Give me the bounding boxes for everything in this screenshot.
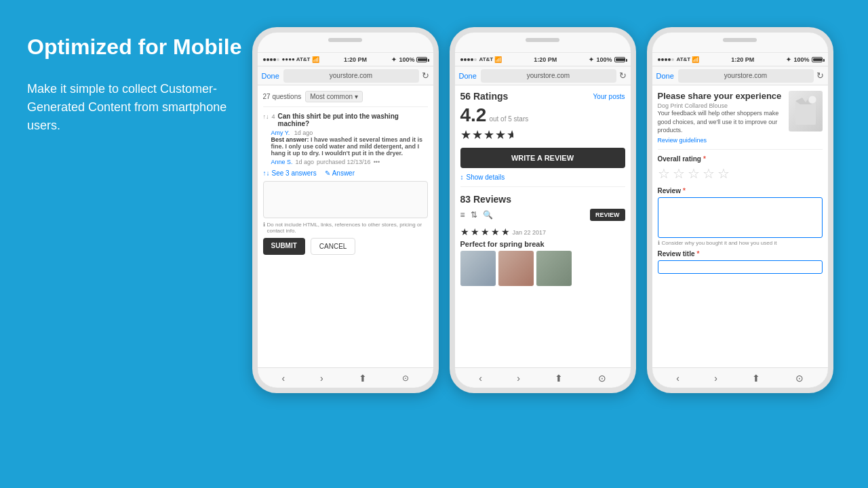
wr-text-block: Please share your experience Dog Print C… <box>658 91 789 144</box>
browser-refresh-3[interactable]: ↻ <box>816 70 824 81</box>
dot1 <box>263 58 266 61</box>
qa-question: ↑↓ 4 Can this shirt be put into the wash… <box>263 113 428 165</box>
review-stars: ★ ★ ★ ★ ★ <box>460 226 510 237</box>
qa-answer-link[interactable]: ✎ Answer <box>325 169 355 177</box>
browser-refresh-1[interactable]: ↻ <box>422 70 429 81</box>
browser-url-2[interactable]: yourstore.com <box>481 69 616 83</box>
wr-rating-label: Overall rating * <box>658 155 823 163</box>
wr-stars-input[interactable]: ☆ ☆ ☆ ☆ ☆ <box>658 165 823 182</box>
back-btn-3[interactable]: ‹ <box>676 373 679 384</box>
main-container: Optimized for Mobile Make it simple to c… <box>0 0 868 488</box>
r-star-2: ★ <box>471 226 479 237</box>
time-3: 1:20 PM <box>731 56 754 63</box>
phone-3-top <box>652 33 828 53</box>
review-img-3 <box>536 251 572 286</box>
qa-filters: 27 questions Most common ▾ <box>263 91 428 107</box>
qa-q-num: ↑↓ <box>263 113 269 120</box>
phone-1-bottom: ‹ › ⬆ ⊙ <box>258 367 433 388</box>
wr-review-textarea[interactable] <box>658 197 823 238</box>
r-star-3: ★ <box>481 226 490 237</box>
star-5: ★ <box>507 127 513 142</box>
status-left-1: ●●●● AT&T 📶 <box>263 56 319 63</box>
carrier-1: ●●●● AT&T <box>282 56 311 62</box>
bt-icon-3: ✦ <box>786 56 791 63</box>
reviews-section-title: 83 Reviews <box>460 194 625 205</box>
time-2: 1:20 PM <box>534 56 557 63</box>
qa-submit-button[interactable]: SUBMIT <box>263 238 305 255</box>
stars-display: ★ ★ ★ ★ ★ <box>460 127 625 142</box>
qa-textarea[interactable] <box>263 181 428 218</box>
r-star-1: ★ <box>460 226 469 237</box>
wifi-icon-3: 📶 <box>692 56 699 63</box>
bookmark-btn-2[interactable]: ⊙ <box>598 373 606 384</box>
phone-1-content: 27 questions Most common ▾ ↑↓ 4 Can this… <box>258 85 433 367</box>
wr-required-3: * <box>697 250 700 258</box>
wr-title-label: Review title * <box>658 250 823 258</box>
phones-container: ●●●● AT&T 📶 1:20 PM ✦ 100% Done yourstor… <box>244 27 841 393</box>
bookmark-btn-1[interactable]: ⊙ <box>402 373 409 383</box>
back-btn-2[interactable]: ‹ <box>479 373 482 384</box>
dot5 <box>277 58 279 61</box>
share-btn-1[interactable]: ⬆ <box>359 373 367 384</box>
browser-done-1[interactable]: Done <box>262 72 281 80</box>
browser-refresh-2[interactable]: ↻ <box>619 70 627 81</box>
wr-title-input[interactable] <box>658 260 823 274</box>
carrier-3: AT&T <box>677 56 691 62</box>
qa-see-answers: ↑↓ See 3 answers ✎ Answer <box>263 169 428 177</box>
review-date: Jan 22 2017 <box>513 229 547 236</box>
wr-review-label: Review * <box>658 187 823 195</box>
your-posts-link[interactable]: Your posts <box>593 93 625 100</box>
browser-url-3[interactable]: yourstore.com <box>678 69 814 83</box>
time-1: 1:20 PM <box>344 56 367 63</box>
browser-done-2[interactable]: Done <box>459 72 478 80</box>
search-icon[interactable]: 🔍 <box>483 210 493 220</box>
qa-filter-btn[interactable]: Most common ▾ <box>305 91 363 102</box>
wr-star-5[interactable]: ☆ <box>717 165 730 182</box>
wr-guidelines-link[interactable]: Review guidelines <box>658 137 789 144</box>
wr-star-2[interactable]: ☆ <box>673 165 685 182</box>
phone-1-browser-bar: Done yourstore.com ↻ <box>258 66 433 85</box>
qa-see-link[interactable]: ↑↓ See 3 answers <box>263 169 317 177</box>
phone-1-top <box>258 33 433 53</box>
forward-btn-3[interactable]: › <box>714 373 717 384</box>
filter-icon[interactable]: ≡ <box>460 210 465 220</box>
forward-btn-1[interactable]: › <box>320 373 323 384</box>
browser-url-1[interactable]: yourstore.com <box>283 69 419 83</box>
phone-speaker-1 <box>328 38 362 42</box>
browser-done-3[interactable]: Done <box>656 72 675 80</box>
avg-label: out of 5 stars <box>489 115 528 123</box>
wr-required-2: * <box>683 187 686 195</box>
qa-answer-footer: Anne S. 1d ago purchased 12/13/16 ••• <box>271 159 428 165</box>
phone-3-browser-bar: Done yourstore.com ↻ <box>652 66 828 85</box>
phone-2-top <box>455 33 631 53</box>
share-btn-2[interactable]: ⬆ <box>555 373 563 384</box>
wifi-icon-2: 📶 <box>494 56 502 63</box>
status-right-3: ✦ 100% <box>786 56 822 63</box>
signal-3 <box>658 58 674 61</box>
svg-rect-0 <box>795 101 816 125</box>
bt-icon-1: ✦ <box>391 56 397 63</box>
sort-icon[interactable]: ⇅ <box>471 210 477 220</box>
qa-cancel-button[interactable]: CANCEL <box>311 238 356 255</box>
wr-star-1[interactable]: ☆ <box>658 165 670 182</box>
review-title: Perfect for spring break <box>460 240 625 248</box>
review-button[interactable]: REVIEW <box>590 209 625 221</box>
wr-header: Please share your experience Dog Print C… <box>658 91 823 144</box>
write-review-button[interactable]: WRITE A REVIEW <box>460 148 625 168</box>
show-details-link[interactable]: ↕ Show details <box>460 174 625 187</box>
battery-text-1: 100% <box>399 56 414 63</box>
dot2 <box>267 58 269 61</box>
review-avg: 4.2 out of 5 stars <box>460 104 625 126</box>
phone-3: AT&T 📶 1:20 PM ✦ 100% Done yourstore.com <box>647 27 833 393</box>
wr-star-4[interactable]: ☆ <box>703 165 715 182</box>
phone-3-bottom: ‹ › ⬆ ⊙ <box>652 367 828 388</box>
forward-btn-2[interactable]: › <box>517 373 520 384</box>
battery-icon-3 <box>812 57 823 62</box>
qa-answer-author: Anne S. <box>271 159 293 165</box>
back-btn-1[interactable]: ‹ <box>281 373 285 384</box>
wr-star-3[interactable]: ☆ <box>688 165 700 182</box>
share-btn-3[interactable]: ⬆ <box>752 373 760 384</box>
qa-num-label: 4 <box>272 113 275 120</box>
phone-2-content: 56 Ratings Your posts 4.2 out of 5 stars… <box>455 85 631 367</box>
bookmark-btn-3[interactable]: ⊙ <box>795 373 804 384</box>
